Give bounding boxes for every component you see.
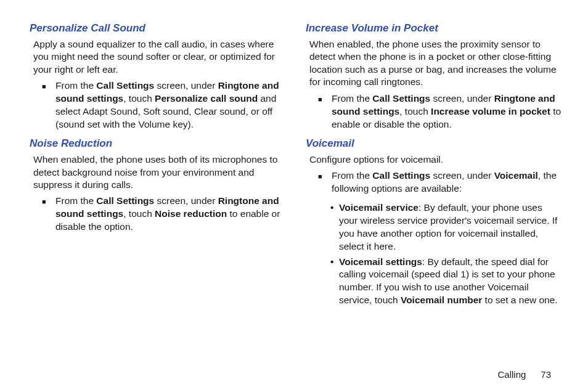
footer-page-number: 73 xyxy=(541,369,551,380)
sub-voicemail-service: • Voicemail service: By default, your ph… xyxy=(330,202,563,253)
step-personalize: ■ From the Call Settings screen, under R… xyxy=(42,80,287,131)
step-increase: ■ From the Call Settings screen, under R… xyxy=(318,92,563,131)
para-increase: When enabled, the phone uses the proximi… xyxy=(309,38,563,89)
right-column: Increase Volume in Pocket When enabled, … xyxy=(306,18,563,358)
page-footer: Calling73 xyxy=(30,358,563,380)
left-column: Personalize Call Sound Apply a sound equ… xyxy=(30,18,287,358)
square-bullet-icon: ■ xyxy=(318,169,332,195)
step-voicemail: ■ From the Call Settings screen, under V… xyxy=(318,169,563,195)
heading-increase-volume: Increase Volume in Pocket xyxy=(306,22,563,35)
square-bullet-icon: ■ xyxy=(42,195,55,234)
heading-noise-reduction: Noise Reduction xyxy=(30,137,287,150)
para-noise: When enabled, the phone uses both of its… xyxy=(33,153,287,191)
bullet-dot-icon: • xyxy=(330,256,339,308)
heading-voicemail: Voicemail xyxy=(306,137,563,150)
square-bullet-icon: ■ xyxy=(318,92,332,131)
step-noise: ■ From the Call Settings screen, under R… xyxy=(42,195,287,234)
heading-personalize-call-sound: Personalize Call Sound xyxy=(30,22,287,35)
para-voicemail: Configure options for voicemail. xyxy=(309,153,563,166)
bullet-dot-icon: • xyxy=(330,202,339,253)
footer-section: Calling xyxy=(497,369,526,380)
square-bullet-icon: ■ xyxy=(42,80,55,131)
sub-voicemail-settings: • Voicemail settings: By default, the sp… xyxy=(330,256,563,308)
para-personalize: Apply a sound equalizer to the call audi… xyxy=(33,38,287,76)
